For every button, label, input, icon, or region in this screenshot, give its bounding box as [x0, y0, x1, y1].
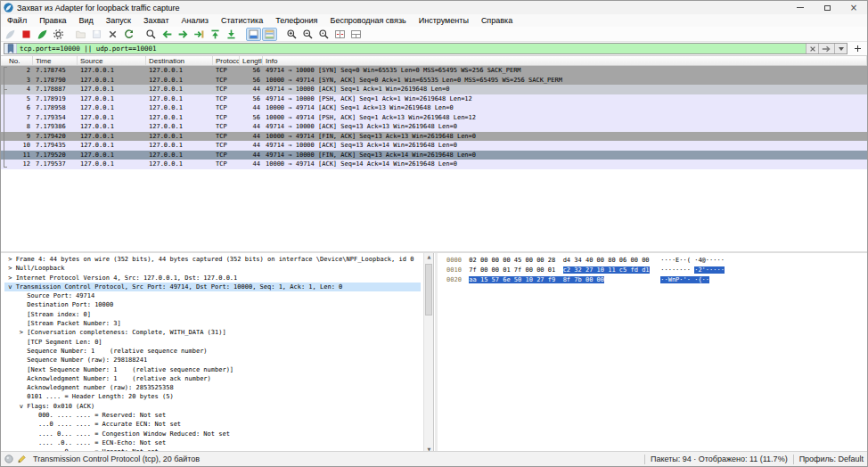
hex-bytes[interactable]: 02 00 00 00 45 00 00 28 d4 34 40 00 80 0… [469, 257, 660, 264]
goto-packet-icon[interactable] [192, 28, 207, 41]
capture-options-icon[interactable] [51, 28, 66, 41]
menu-item-help[interactable]: Справка [475, 14, 519, 27]
conversation-arrow [4, 89, 7, 90]
detail-line[interactable]: Destination Port: 10000 [4, 300, 421, 309]
colorize-icon[interactable] [262, 28, 277, 41]
detail-line[interactable]: 0101 .... = Header Length: 20 bytes (5) [4, 392, 421, 401]
menu-item-capture[interactable]: Захват [137, 14, 176, 27]
scrollbar-thumb[interactable] [425, 264, 432, 315]
cell-protocol: TCP [213, 160, 240, 168]
stop-capture-icon[interactable] [19, 28, 34, 41]
find-packet-icon[interactable] [143, 28, 159, 41]
packet-row-9[interactable]: 97.179420127.0.0.1127.0.0.1TCP4410000 → … [1, 132, 867, 142]
expert-info-icon[interactable] [4, 455, 13, 463]
menu-item-view[interactable]: Вид [73, 14, 100, 27]
hex-row[interactable]: 0010 7f 00 00 01 7f 00 00 01 c2 32 27 10… [446, 266, 867, 275]
menu-item-tools[interactable]: Инструменты [413, 14, 475, 27]
go-back-icon[interactable] [160, 28, 175, 41]
packet-row-3[interactable]: 37.178790127.0.0.1127.0.0.1TCP5610000 → … [1, 76, 867, 86]
save-file-icon[interactable] [89, 28, 104, 41]
column-header-source[interactable]: Source [78, 56, 146, 65]
packet-row-4[interactable]: 47.178887127.0.0.1127.0.0.1TCP4449714 → … [1, 85, 867, 94]
capture-comment-icon[interactable] [17, 455, 27, 463]
hex-bytes[interactable]: 7f 00 00 01 7f 00 00 01 [469, 266, 562, 274]
detail-line[interactable]: [Stream Packet Number: 3] [4, 319, 421, 328]
packet-row-6[interactable]: 67.178958127.0.0.1127.0.0.1TCP4410000 → … [1, 103, 867, 113]
autoscroll-icon[interactable] [246, 28, 261, 41]
menu-item-wireless[interactable]: Беспроводная связь [323, 14, 412, 27]
zoom-reset-icon[interactable] [316, 28, 332, 41]
packet-row-7[interactable]: 77.179354127.0.0.1127.0.0.1TCP5610000 → … [1, 113, 867, 123]
detail-line[interactable]: v Flags: 0x010 (ACK) [4, 402, 421, 411]
layout-icon[interactable] [348, 28, 364, 41]
packet-row-2[interactable]: 27.178745127.0.0.1127.0.0.1TCP5649714 → … [1, 66, 867, 76]
hex-bytes-selected[interactable]: aa 15 57 6e 50 10 27 f9 8f 7b 00 00 [469, 276, 604, 283]
details-scrollbar[interactable]: ▲ ▼ [423, 253, 433, 453]
restart-capture-icon[interactable] [35, 28, 50, 41]
minimize-icon[interactable] [787, 1, 814, 14]
packet-row-10[interactable]: 107.179435127.0.0.1127.0.0.1TCP4449714 →… [1, 141, 867, 151]
menu-item-analyze[interactable]: Анализ [176, 14, 215, 27]
menu-item-statistics[interactable]: Статистика [215, 14, 269, 27]
hex-row[interactable]: 0020 aa 15 57 6e 50 10 27 f9 8f 7b 00 00… [446, 275, 867, 285]
column-header-info[interactable]: Info [263, 56, 867, 65]
reload-file-icon[interactable] [121, 28, 136, 41]
go-last-icon[interactable] [224, 28, 239, 41]
menu-item-edit[interactable]: Правка [33, 14, 72, 27]
add-filter-icon[interactable] [851, 43, 864, 54]
detail-line[interactable]: > Null/Loopback [4, 264, 421, 273]
scroll-up-icon[interactable]: ▲ [424, 254, 434, 259]
detail-line[interactable]: [Next Sequence Number: 1 (relative seque… [4, 365, 421, 374]
detail-line[interactable]: > Internet Protocol Version 4, Src: 127.… [4, 274, 421, 283]
clear-filter-icon[interactable] [806, 44, 818, 53]
column-header-time[interactable]: Time [33, 56, 78, 65]
cell-length: 44 [240, 142, 263, 149]
start-capture-icon[interactable] [3, 28, 18, 41]
zoom-out-icon[interactable] [300, 28, 315, 41]
column-header-length[interactable]: Lengtl [240, 56, 263, 65]
column-header-no[interactable]: No. [6, 56, 33, 65]
hex-ascii: ····E··( ·4@····· [660, 257, 725, 264]
detail-line[interactable]: .... .0.. .... = ECN-Echo: Not set [4, 438, 421, 447]
cell-protocol: TCP [213, 142, 240, 149]
go-forward-icon[interactable] [176, 28, 191, 41]
detail-line[interactable]: .... 0... .... = Congestion Window Reduc… [4, 430, 421, 438]
packet-list-header: No.TimeSourceDestinationProtocolLengtlIn… [1, 56, 867, 66]
maximize-icon[interactable] [814, 1, 840, 14]
detail-line[interactable]: ...0 .... .... = Accurate ECN: Not set [4, 420, 421, 429]
packet-row-8[interactable]: 87.179386127.0.0.1127.0.0.1TCP4449714 → … [1, 122, 867, 132]
apply-filter-icon[interactable] [818, 44, 834, 53]
open-file-icon[interactable] [73, 28, 88, 41]
packet-row-12[interactable]: 127.179537127.0.0.1127.0.0.1TCP4410000 →… [1, 160, 867, 169]
display-filter-input[interactable]: tcp.port==10000 || udp.port==10001 [17, 44, 806, 53]
detail-line[interactable]: [TCP Segment Len: 0] [4, 338, 421, 347]
close-icon[interactable]: × [840, 1, 867, 14]
column-header-protocol[interactable]: Protocol [213, 56, 240, 65]
column-header-destination[interactable]: Destination [146, 56, 213, 65]
zoom-in-icon[interactable] [284, 28, 299, 41]
bookmark-icon[interactable] [4, 44, 17, 53]
hex-row[interactable]: 0000 02 00 00 00 45 00 00 28 d4 34 40 00… [446, 256, 867, 266]
close-file-icon[interactable] [105, 28, 120, 41]
detail-line[interactable]: v Transmission Control Protocol, Src Por… [4, 283, 421, 291]
status-profile[interactable]: Профиль: Default [799, 455, 864, 463]
menu-item-go[interactable]: Запуск [100, 14, 137, 27]
detail-line[interactable]: Sequence Number (raw): 298188241 [4, 356, 421, 365]
detail-line[interactable]: 000. .... .... = Reserved: Not set [4, 411, 421, 420]
detail-line[interactable]: > Frame 4: 44 bytes on wire (352 bits), … [4, 255, 421, 264]
packet-row-11[interactable]: 117.179520127.0.0.1127.0.0.1TCP4449714 →… [1, 151, 867, 160]
dropdown-caret-icon[interactable] [834, 44, 847, 53]
detail-line[interactable]: > [Conversation completeness: Complete, … [4, 328, 421, 337]
hex-bytes-selected[interactable]: c2 32 27 10 11 c5 fd d1 [563, 266, 650, 274]
packet-row-5[interactable]: 57.178919127.0.0.1127.0.0.1TCP5649714 → … [1, 94, 867, 104]
cell-destination: 127.0.0.1 [146, 104, 213, 111]
menu-item-file[interactable]: Файл [1, 14, 33, 27]
resize-columns-icon[interactable] [332, 28, 348, 41]
detail-line[interactable]: Acknowledgment number (raw): 2853525358 [4, 383, 421, 392]
go-first-icon[interactable] [208, 28, 223, 41]
detail-line[interactable]: Acknowledgment Number: 1 (relative ack n… [4, 374, 421, 383]
detail-line[interactable]: [Stream index: 0] [4, 310, 421, 319]
menu-item-telephony[interactable]: Телефония [269, 14, 323, 27]
detail-line[interactable]: Sequence Number: 1 (relative sequence nu… [4, 347, 421, 356]
detail-line[interactable]: Source Port: 49714 [4, 291, 421, 300]
